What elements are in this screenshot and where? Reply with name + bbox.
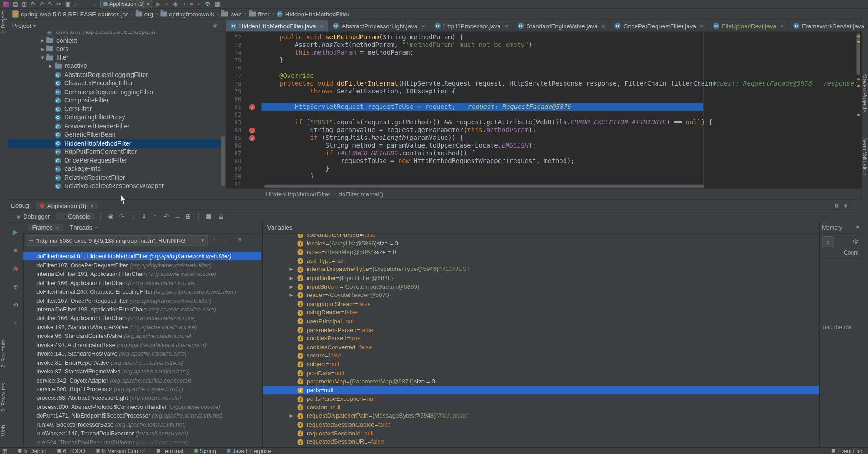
code-line[interactable]: 82 (226, 111, 862, 118)
editor-tab[interactable]: CHttp11Processor.java× (430, 20, 513, 32)
statusbar-item-spring[interactable]: Spring (194, 448, 216, 454)
stop-icon[interactable]: ■ (190, 0, 193, 8)
run-icon[interactable]: ▶ (156, 0, 160, 8)
tree-item[interactable]: CCorsFilter (8, 105, 226, 113)
editor-tab[interactable]: CFrameworkServlet.java× (789, 20, 868, 32)
close-tab-icon[interactable]: × (504, 22, 508, 29)
expand-icon[interactable]: ▶ (289, 291, 297, 300)
view-breakpoints-icon[interactable]: ◉ (8, 265, 23, 272)
close-tab-icon[interactable]: × (320, 22, 324, 29)
close-icon[interactable]: × (90, 203, 94, 209)
stack-frame[interactable]: doRun:1471, NioEndpoint$SocketProcessor … (23, 411, 261, 420)
editor-tab[interactable]: CStandardEngineValve.java× (513, 20, 610, 32)
variable-row[interactable]: flocales = {ArrayList@5866} size = 0 (263, 240, 819, 248)
chevron-down-icon[interactable]: ▾ (33, 23, 36, 28)
breadcrumb-method[interactable]: doFilterInternal() (339, 191, 383, 198)
variable-row[interactable]: fuserPrincipal = null (263, 317, 819, 326)
variable-row[interactable]: fparts = null (263, 386, 819, 395)
profiler-icon[interactable]: ◔ (182, 0, 185, 8)
expand-icon[interactable]: ▶ (289, 412, 297, 420)
code-line[interactable]: 85✓ if (StringUtils.hasLength(paramValue… (226, 134, 862, 142)
search-everywhere-icon[interactable]: ⌕ (198, 0, 201, 8)
back-icon[interactable]: ← (81, 0, 87, 8)
stack-frame[interactable]: internalDoFilter:193, ApplicationFilterC… (23, 305, 261, 313)
tree-item[interactable]: CCompositeFilter (8, 96, 226, 105)
tree-item[interactable]: ▼filter (8, 53, 226, 62)
mute-breakpoints-icon[interactable]: ⊘ (8, 283, 23, 291)
code-line[interactable]: 88 requestToUse = new HttpMethodRequestW… (226, 157, 862, 165)
variable-row[interactable]: ▶frequestDispatcherPath = {MessageBytes@… (263, 412, 819, 420)
hide-icon[interactable]: ─ (852, 202, 856, 209)
dock-button--project[interactable]: 1: Project (0, 11, 6, 34)
thread-selector[interactable]: ☰ "http-nio-8080-exec-9"@5,133 in group … (26, 235, 208, 245)
dock-button-bean-validation[interactable]: Bean Validation (862, 137, 868, 175)
code-line[interactable]: 77 @Override (226, 72, 862, 80)
debug-icon[interactable]: ● (165, 0, 168, 8)
code-line[interactable]: 76 (226, 64, 862, 72)
stack-frame[interactable]: invoke:198, StandardWrapperValve (org.ap… (23, 322, 261, 331)
tab-debugger[interactable]: ◈Debugger (12, 213, 55, 220)
override-marker-icon[interactable]: ↑ (242, 80, 244, 87)
stack-frame[interactable]: doFilterInternal:200, CharacterEncodingF… (23, 287, 261, 296)
redo-icon[interactable]: ↷ (48, 0, 52, 8)
resume-icon[interactable]: ▶ (8, 229, 23, 236)
sync-icon[interactable]: ⟳ (31, 0, 36, 8)
code-line[interactable]: 86 String method = paramValue.toUpperCas… (226, 142, 862, 149)
code-line[interactable]: 72 public void setMethodParam(String met… (226, 33, 862, 41)
tree-toggle-icon[interactable]: ▼ (39, 53, 46, 62)
dock-button-maven-projects[interactable]: Maven Projects (862, 74, 868, 112)
undo-icon[interactable]: ↶ (40, 0, 44, 8)
code-line[interactable]: 83 if ("POST".equals(request.getMethod()… (226, 118, 862, 126)
stripe-mark[interactable] (857, 85, 860, 87)
copy-icon[interactable]: ▣ (65, 0, 70, 8)
stack-frame[interactable]: invoke:493, AuthenticatorBase (org.apach… (23, 340, 261, 349)
tree-item[interactable]: ▶reactive (8, 62, 226, 71)
variable-row[interactable]: fparametersParsed = false (263, 326, 819, 334)
stack-frame[interactable]: run:624, ThreadPoolExecutor$Worker (java… (23, 438, 261, 446)
settings-icon[interactable]: ⚙ (205, 0, 210, 8)
debug-session-tab[interactable]: Application (3) × (36, 202, 98, 209)
prev-frame-icon[interactable]: ↑ (213, 236, 216, 243)
tab-console[interactable]: ≣Console (56, 213, 95, 220)
close-tab-icon[interactable]: × (700, 22, 704, 29)
stack-frame[interactable]: service:800, Http11Processor (org.apache… (23, 384, 261, 393)
stack-frame[interactable]: doFilter:107, OncePerRequestFilter (org.… (23, 296, 261, 305)
stack-frame[interactable]: doFilterInternal:81, HiddenHttpMethodFil… (23, 252, 261, 260)
stack-frame[interactable]: doFilter:166, ApplicationFilterChain (or… (23, 278, 261, 287)
stack-frame[interactable]: doFilter:107, OncePerRequestFilter (org.… (23, 260, 261, 269)
code-line[interactable]: 80 (226, 95, 862, 103)
breadcrumb-item[interactable]: CHiddenHttpMethodFilter (277, 11, 349, 18)
find-icon[interactable]: ⌕ (74, 0, 77, 8)
code-line[interactable]: 87 if (ALLOWED_METHODS.contains(method))… (226, 149, 862, 157)
tree-item[interactable]: CCommonsRequestLoggingFilter (8, 88, 226, 97)
breadcrumb-item[interactable]: spring-web-5.0.8.RELEASE-sources.jar (12, 10, 128, 18)
tree-item[interactable]: CHttpPutFormContentFilter (8, 148, 226, 156)
run-to-cursor-icon[interactable]: → (173, 213, 181, 220)
stack-frame[interactable]: doFilter:166, ApplicationFilterChain (or… (23, 314, 261, 322)
variable-row[interactable]: fauthType = null (263, 256, 819, 265)
statusbar-item-java-enterprise[interactable]: Java Enterprise (227, 448, 271, 454)
tree-item[interactable]: CHiddenHttpMethodFilter (8, 139, 226, 148)
tree-item[interactable]: CRelativeRedirectResponseWrapper (8, 182, 226, 191)
step-into-icon[interactable]: ↓ (128, 213, 137, 220)
close-tab-icon[interactable]: × (601, 22, 605, 29)
variable-row[interactable]: fparameterMap = {ParameterMap@5871} size… (263, 377, 819, 386)
memory-title[interactable]: Memory (822, 224, 842, 230)
filter-frames-icon[interactable]: ▼ (237, 236, 243, 243)
tree-item[interactable]: CCharacterEncodingFilter (8, 79, 226, 88)
statusbar-item--debug[interactable]: 5: Debug (19, 448, 46, 454)
run-coverage-icon[interactable]: ◉ (173, 0, 178, 8)
collapse-icon[interactable]: ▾ (844, 202, 847, 209)
tab-threads[interactable]: Threads ⇥ (65, 224, 102, 231)
layout-icon[interactable]: ▦ (204, 213, 213, 220)
project-scrollbar[interactable] (221, 136, 225, 186)
tree-item[interactable]: CDelegatingFilterProxy (8, 113, 226, 122)
more-icon[interactable]: ≣ (216, 213, 225, 220)
breadcrumb-item[interactable]: web (222, 11, 242, 18)
tree-item[interactable]: ▶context (8, 36, 226, 45)
variable-row[interactable]: ▶freader = {CoyoteReader@5870} (263, 291, 819, 300)
force-step-into-icon[interactable]: ⇓ (139, 213, 148, 220)
variable-row[interactable]: fsession = null (263, 403, 819, 412)
dock-button--favorites[interactable]: 2: Favorites (0, 383, 6, 412)
code-line[interactable]: 90 } (226, 173, 862, 180)
